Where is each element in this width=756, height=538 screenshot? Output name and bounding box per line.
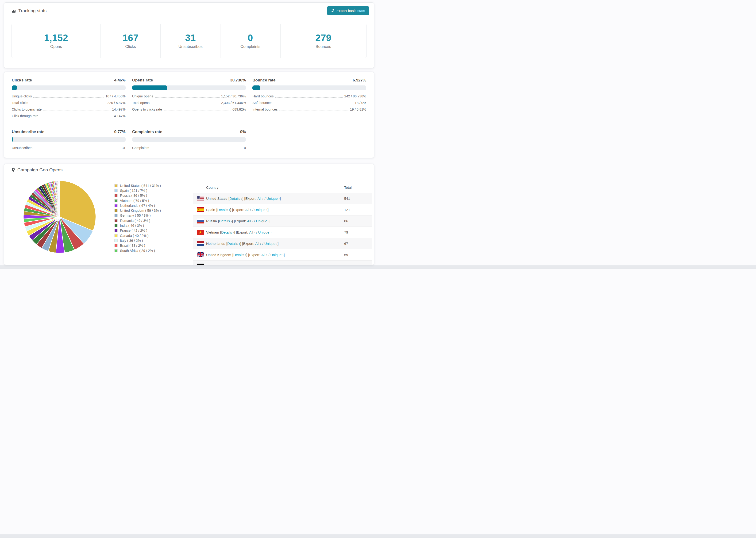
export-all-link[interactable]: All › [257,196,263,200]
country-row-nl: Netherlands[Details ›] [Export: All › / … [193,238,372,249]
export-separator: / [257,264,260,265]
legend-swatch [114,189,118,192]
rate-progress-fill [12,137,13,142]
pie-legend: United States ( 541 / 31% ) Spain ( 121 … [114,183,161,253]
rate-detail-row: Unique opens 1,152 / 30.736% [132,93,246,99]
details-link[interactable]: Details › [217,208,230,212]
dotted-leader [274,104,353,104]
export-unique-link[interactable]: Unique › [258,230,272,234]
legend-item: Germany ( 55 / 3% ) [114,213,161,218]
dotted-leader [33,97,104,98]
detail-label: Complaints [132,146,149,150]
detail-value: 2,303 / 61.446% [221,101,246,105]
legend-label: Canada ( 40 / 2% ) [120,234,149,238]
legend-swatch [114,194,118,197]
details-link[interactable]: Details › [233,253,246,257]
geo-header: Campaign Geo Opens [4,164,374,176]
export-unique-link[interactable]: Unique › [270,253,284,257]
detail-label: Total opens [132,101,149,105]
stat-value: 279 [315,32,331,43]
rate-detail-row: Total opens 2,303 / 61.446% [132,99,246,106]
legend-item: Canada ( 40 / 2% ) [114,233,161,238]
export-all-link[interactable]: All › [251,264,257,265]
detail-label: Soft bounces [252,101,272,105]
bar-chart-icon [12,9,16,13]
export-all-link[interactable]: All › [255,242,261,245]
detail-value: 4.147% [114,114,125,118]
export-unique-link[interactable]: Unique › [266,196,280,200]
map-pin-icon [12,168,15,172]
rate-value: 0% [240,130,246,134]
stat-value: 0 [248,32,253,43]
country-name: Spain [206,208,215,212]
tracking-stats-card: Tracking stats Export basic stats 1,152 … [4,2,374,68]
rate-value: 0.77% [114,130,125,134]
summary-stats-strip: 1,152 Opens167 Clicks31 Unsubscribes0 Co… [12,24,366,58]
country-name: Vietnam [206,230,219,234]
dotted-leader [275,97,343,98]
rate-value: 30.736% [230,78,246,82]
detail-value: 14.497% [112,108,125,111]
country-total: 59 [344,253,372,257]
rate-value: 4.46% [114,78,125,82]
detail-label: Click through rate [12,114,38,118]
dotted-leader [151,104,220,104]
detail-value: 167 / 4.456% [105,94,125,98]
country-row-gb: United Kingdom[Details ›] [Export: All ›… [193,249,372,260]
legend-swatch [114,249,118,252]
legend-label: Brazil ( 33 / 2% ) [120,243,145,247]
details-link[interactable]: Details › [219,219,232,223]
country-row-es: Spain[Details ›] [Export: All › / Unique… [193,204,372,215]
gb-flag-icon [197,252,204,257]
legend-swatch [114,244,118,247]
column-header-total: Total [344,186,372,189]
rate-progress-fill [252,85,260,90]
rate-progress-track [132,85,246,90]
export-basic-stats-button[interactable]: Export basic stats [327,6,369,15]
details-link[interactable]: Details › [227,242,240,245]
summary-stat-unsubscribes: 31 Unsubscribes [161,24,220,58]
legend-item: United Kingdom ( 59 / 3% ) [114,208,161,213]
country-row-ru: Russia[Details ›] [Export: All › / Uniqu… [193,215,372,227]
ru-flag-icon [197,219,204,224]
export-separator: / [251,208,254,212]
summary-stat-complaints: 0 Complaints [220,24,280,58]
stat-label: Clicks [125,44,136,49]
dotted-leader [155,97,220,98]
export-unique-link[interactable]: Unique › [260,264,273,265]
summary-stat-clicks: 167 Clicks [101,24,161,58]
rate-progress-track [252,85,366,90]
export-all-link[interactable]: All › [261,253,267,257]
legend-swatch [114,214,118,217]
detail-label: Unique clicks [12,94,32,98]
export-separator: / [253,219,256,223]
rate-value: 6.927% [352,78,366,82]
de-flag-icon [197,264,204,265]
legend-swatch [114,229,118,232]
export-all-link[interactable]: All › [249,230,255,234]
legend-item: France ( 42 / 2% ) [114,228,161,233]
rate-detail-row: Unsubscribes 31 [12,144,126,151]
detail-value: 31 [122,146,126,150]
export-separator: / [267,253,270,257]
details-link[interactable]: Details › [221,230,234,234]
export-unique-link[interactable]: Unique › [254,208,268,212]
rate-progress-fill [12,85,17,90]
details-link[interactable]: Details › [229,196,242,200]
legend-label: South Africa ( 29 / 2% ) [120,249,155,252]
rate-title: Clicks rate [12,78,32,82]
export-unique-link[interactable]: Unique › [264,242,278,245]
pie-slice [59,181,60,217]
details-link[interactable]: Details › [223,264,236,265]
legend-item: Spain ( 121 / 7% ) [114,188,161,193]
detail-value: 242 / 86.738% [344,94,366,98]
export-all-link[interactable]: All › [245,208,251,212]
stat-label: Bounces [315,44,331,49]
export-icon [331,9,335,13]
legend-item: India ( 46 / 3% ) [114,223,161,228]
country-row-vn: Vietnam[Details ›] [Export: All › / Uniq… [193,227,372,238]
export-unique-link[interactable]: Unique › [256,219,270,223]
country-total: 67 [344,242,372,245]
table-header-row: Country Total [193,182,372,193]
export-all-link[interactable]: All › [247,219,253,223]
